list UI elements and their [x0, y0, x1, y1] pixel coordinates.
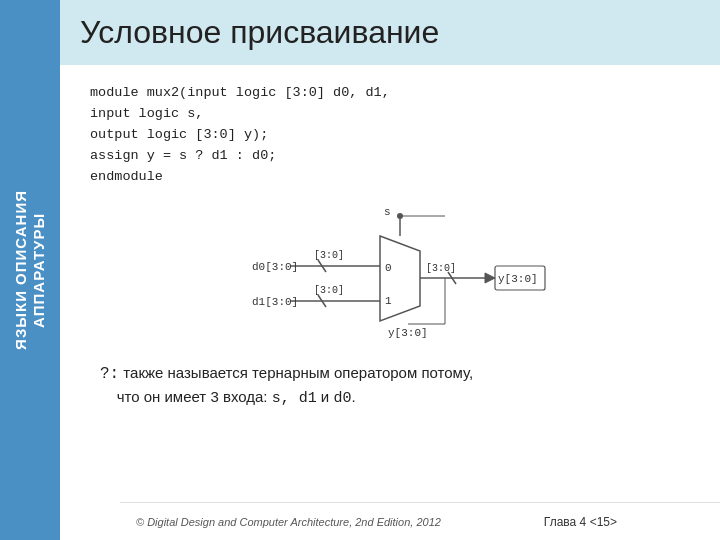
y-output-label: y[3:0]	[498, 273, 538, 285]
y-bottom-label: y[3:0]	[388, 327, 428, 339]
svg-text:[3:0]: [3:0]	[426, 263, 456, 274]
ternary-symbol: ?:	[100, 365, 119, 383]
bottom-text: ?: также называется тернарным оператором…	[90, 362, 690, 411]
mux-0-label: 0	[385, 262, 392, 274]
d1-label: d1[3:0]	[252, 296, 298, 308]
sidebar: ЯЗЫКИ ОПИСАНИЯ АППАРАТУРЫ	[0, 0, 60, 540]
d0-label: d0[3:0]	[252, 261, 298, 273]
footer-copyright: © Digital Design and Computer Architectu…	[136, 516, 441, 528]
s-label: s	[384, 206, 391, 218]
footer-page: Глава 4 <15>	[544, 515, 617, 529]
diagram-container: s d0[3:0] [3:0] d1[3:0] [3:0] 0	[90, 206, 690, 346]
main-content: Условное присваивание module mux2(input …	[60, 0, 720, 540]
code-line-2: input logic s,	[90, 104, 690, 125]
code-line-5: endmodule	[90, 167, 690, 188]
mux-1-label: 1	[385, 295, 392, 307]
svg-text:[3:0]: [3:0]	[314, 250, 344, 261]
sidebar-label: ЯЗЫКИ ОПИСАНИЯ АППАРАТУРЫ	[12, 190, 48, 350]
svg-marker-0	[380, 236, 420, 321]
code-line-3: output logic [3:0] y);	[90, 125, 690, 146]
bottom-text-line2: что он имеет 3 входа: s, d1 и d0.	[117, 388, 356, 405]
title-bar: Условное присваивание	[60, 0, 720, 65]
code-block: module mux2(input logic [3:0] d0, d1, in…	[90, 83, 690, 188]
footer: © Digital Design and Computer Architectu…	[120, 502, 720, 540]
svg-text:[3:0]: [3:0]	[314, 285, 344, 296]
code-line-4: assign y = s ? d1 : d0;	[90, 146, 690, 167]
page-title: Условное присваивание	[80, 14, 439, 50]
bottom-text-main: также называется тернарным оператором по…	[119, 364, 473, 381]
sidebar-line2: АППАРАТУРЫ	[30, 213, 47, 328]
sidebar-line1: ЯЗЫКИ ОПИСАНИЯ	[12, 190, 29, 350]
svg-marker-12	[485, 273, 495, 283]
code-line-1: module mux2(input logic [3:0] d0, d1,	[90, 83, 690, 104]
content-area: module mux2(input logic [3:0] d0, d1, in…	[60, 65, 720, 420]
mux-diagram: s d0[3:0] [3:0] d1[3:0] [3:0] 0	[230, 206, 550, 346]
